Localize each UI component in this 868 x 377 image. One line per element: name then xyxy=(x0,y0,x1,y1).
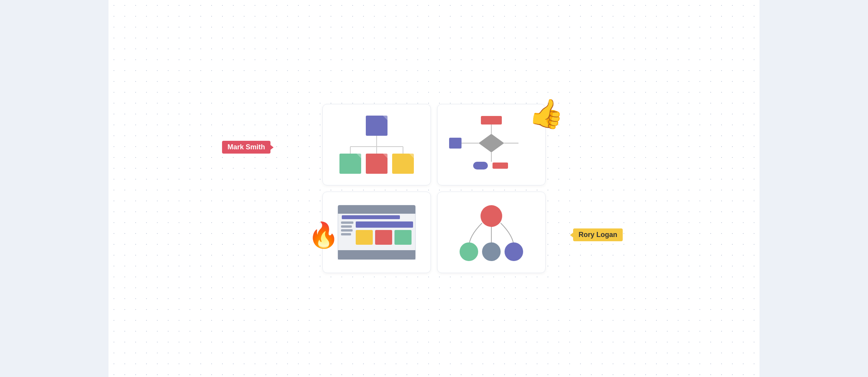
flowchart-svg xyxy=(447,114,536,176)
svg-rect-20 xyxy=(473,162,488,169)
label-mark-smith: Mark Smith xyxy=(222,141,270,154)
label-rory-logan: Rory Logan xyxy=(573,228,623,241)
svg-rect-11 xyxy=(392,154,414,174)
svg-rect-35 xyxy=(394,230,412,245)
svg-rect-38 xyxy=(338,254,415,259)
card-node-tree[interactable]: Rory Logan xyxy=(437,192,546,273)
card-flowchart[interactable]: 👍 xyxy=(437,104,546,185)
svg-rect-29 xyxy=(341,225,352,228)
tree-diagram-svg xyxy=(334,112,419,178)
svg-rect-27 xyxy=(342,215,400,219)
svg-rect-31 xyxy=(341,233,351,235)
svg-point-41 xyxy=(460,242,478,261)
card-browser-mockup[interactable]: 🔥 xyxy=(322,192,431,273)
svg-rect-9 xyxy=(366,154,388,174)
svg-point-39 xyxy=(480,205,502,227)
card-tree-diagram[interactable]: Mark Smith xyxy=(322,104,431,185)
svg-rect-7 xyxy=(339,154,361,174)
cards-grid: Mark Smith xyxy=(322,104,546,273)
svg-rect-0 xyxy=(366,116,388,136)
svg-rect-21 xyxy=(493,163,508,169)
svg-rect-30 xyxy=(341,229,353,232)
right-sidebar xyxy=(760,0,868,377)
svg-rect-19 xyxy=(449,138,462,149)
svg-rect-26 xyxy=(338,211,415,214)
node-tree-svg xyxy=(449,201,534,263)
svg-rect-28 xyxy=(341,221,353,224)
svg-rect-34 xyxy=(375,230,392,245)
svg-marker-15 xyxy=(479,134,504,152)
main-content: Mark Smith xyxy=(108,0,760,377)
left-sidebar xyxy=(0,0,108,377)
browser-svg xyxy=(334,201,419,263)
svg-rect-33 xyxy=(356,230,373,245)
svg-point-43 xyxy=(505,242,523,261)
svg-point-42 xyxy=(482,242,501,261)
svg-rect-32 xyxy=(356,221,413,228)
